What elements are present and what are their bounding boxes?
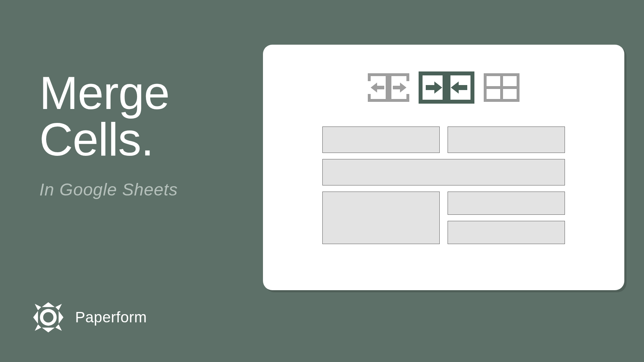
- brand-name: Paperform: [75, 309, 147, 326]
- page-title: Merge Cells.: [39, 70, 178, 163]
- cell: [322, 127, 440, 153]
- svg-marker-7: [55, 324, 62, 331]
- svg-marker-2: [33, 311, 38, 324]
- svg-marker-1: [42, 328, 55, 333]
- cell: [448, 221, 565, 244]
- svg-marker-0: [42, 302, 55, 307]
- svg-marker-3: [59, 311, 64, 324]
- merge-horizontally-icon[interactable]: [419, 71, 474, 104]
- subtitle: In Google Sheets: [39, 180, 178, 199]
- cell-grid: [263, 127, 624, 244]
- merge-toolbar: [263, 71, 624, 104]
- merged-cell-horizontal: [322, 159, 565, 185]
- svg-rect-9: [376, 86, 384, 89]
- svg-rect-15: [426, 85, 436, 90]
- svg-rect-11: [393, 86, 401, 89]
- merged-cell-vertical: [322, 192, 440, 244]
- cell: [448, 127, 565, 153]
- brand: Paperform: [32, 301, 147, 333]
- unmerge-cells-icon[interactable]: [368, 73, 409, 102]
- title-line-2: Cells.: [39, 113, 153, 165]
- hero-text: Merge Cells. In Google Sheets: [39, 70, 178, 199]
- grid-cells-icon[interactable]: [484, 73, 519, 102]
- demo-panel: [263, 45, 624, 290]
- svg-marker-10: [400, 83, 406, 93]
- svg-marker-6: [35, 324, 41, 331]
- cell: [448, 192, 565, 215]
- svg-marker-4: [35, 304, 41, 310]
- title-line-1: Merge: [39, 67, 169, 119]
- svg-rect-17: [457, 85, 467, 90]
- paperform-logo-icon: [32, 301, 64, 333]
- svg-marker-8: [371, 83, 377, 93]
- svg-marker-5: [55, 304, 62, 310]
